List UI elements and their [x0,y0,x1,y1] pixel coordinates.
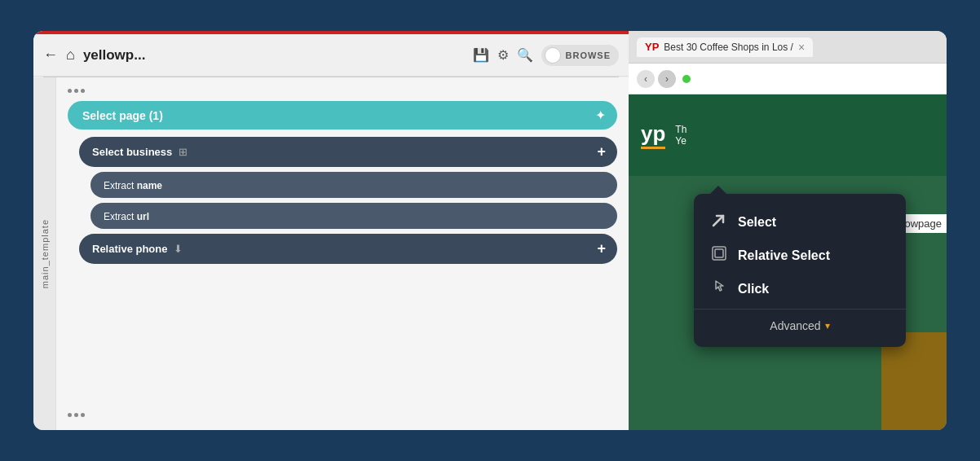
relative-phone-plus[interactable]: + [597,240,606,257]
extract-name-item[interactable]: Extract name [90,172,617,198]
context-menu: Select Relative Select [694,194,906,347]
relative-phone-left: Relative phone ⬇ [92,243,183,255]
context-menu-divider [694,309,906,310]
extract-url-bold: url [137,211,149,222]
sidebar-label: main_template [33,77,56,430]
back-button[interactable]: ← [43,46,58,64]
home-button[interactable]: ⌂ [66,46,75,64]
extract-url-item[interactable]: Extract url [90,203,617,229]
svg-rect-4 [715,249,723,257]
yp-underline [641,147,665,149]
extract-name-bold: name [137,180,162,191]
click-label: Click [738,282,769,296]
toolbar-right: 💾 ⚙ 🔍 BROWSE [473,45,620,66]
context-menu-arrow [710,186,726,194]
select-business-item[interactable]: Select business ⊞ + [79,137,617,167]
bot-dot-3 [81,413,85,417]
select-icon [710,213,728,231]
nav-forward-button[interactable]: › [658,70,676,88]
svg-line-0 [713,216,723,226]
browser-toolbar: ← ⌂ yellowp... 💾 ⚙ 🔍 BROWSE [33,34,629,77]
tab-yp-logo: YP [645,41,659,53]
extract-url-text: Extract url [104,211,149,222]
advanced-arrow-icon: ▾ [825,320,830,331]
webpage-area: ‹ › yp ThYe llowpage [629,64,947,430]
bottom-dots-row [56,408,629,422]
top-dots-row [56,86,629,96]
select-page-star: ✦ [595,108,606,123]
browser-main: main_template Select page (1) ✦ Sele [33,77,629,430]
tab-item[interactable]: YP Best 30 Coffee Shops in Los / × [637,37,813,57]
relative-phone-label: Relative phone [92,243,167,255]
select-label: Select [738,215,776,230]
relative-select-icon [710,246,728,265]
extract-name-text: Extract name [104,180,162,191]
nav-back-button[interactable]: ‹ [637,70,655,88]
click-icon [710,279,728,298]
context-menu-advanced[interactable]: Advanced ▾ [694,313,906,339]
sidebar-label-text: main_template [40,219,50,288]
context-menu-select[interactable]: Select [694,205,906,239]
advanced-label: Advanced [770,319,820,332]
yp-logo: yp [641,121,665,147]
save-icon[interactable]: 💾 [473,47,489,63]
tab-bar: YP Best 30 Coffee Shops in Los / × [629,31,947,64]
bot-dot-1 [68,413,72,417]
bot-dot-2 [74,413,78,417]
dot-2 [74,89,78,93]
main-container: ← ⌂ yellowp... 💾 ⚙ 🔍 BROWSE main_templat… [33,31,947,430]
tab-close-button[interactable]: × [798,41,805,54]
connection-indicator [682,75,691,83]
nav-arrows: ‹ › [637,70,676,88]
relative-phone-icon: ⬇ [174,243,183,255]
context-menu-click[interactable]: Click [694,272,906,305]
dot-1 [68,89,72,93]
tree-panel: Select page (1) ✦ Select business ⊞ + Ex… [56,77,629,430]
yp-logo-wrapper: yp [641,121,665,149]
select-business-plus[interactable]: + [597,143,606,160]
context-menu-relative-select[interactable]: Relative Select [694,239,906,272]
relative-phone-item[interactable]: Relative phone ⬇ + [79,234,617,264]
select-business-label: Select business [92,146,172,158]
select-business-icon: ⊞ [179,146,188,158]
image-placeholder [881,332,947,430]
browser-panel: ← ⌂ yellowp... 💾 ⚙ 🔍 BROWSE main_templat… [33,31,629,430]
browser-title: yellowp... [83,47,465,64]
browse-label: BROWSE [566,50,611,60]
tab-title: Best 30 Coffee Shops in Los / [664,42,793,53]
toggle-circle [545,47,561,64]
dot-3 [81,89,85,93]
select-business-left: Select business ⊞ [92,146,188,158]
select-page-label: Select page (1) [82,109,163,122]
webpage-header: yp ThYe [629,94,947,176]
relative-select-label: Relative Select [738,248,830,263]
right-panel: YP Best 30 Coffee Shops in Los / × ‹ › [629,31,947,430]
webpage-text: ThYe [675,124,686,147]
search-icon[interactable]: 🔍 [517,47,533,63]
webpage-nav-bar: ‹ › [629,64,947,94]
select-page-item[interactable]: Select page (1) ✦ [68,101,617,130]
settings-icon[interactable]: ⚙ [497,47,509,63]
browse-toggle[interactable]: BROWSE [541,45,620,66]
